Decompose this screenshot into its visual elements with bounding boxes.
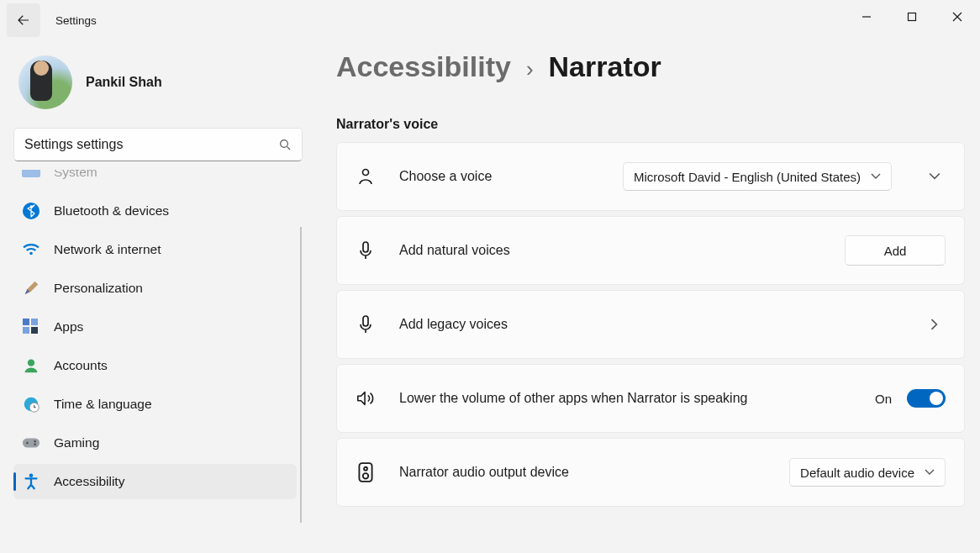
search-text: Settings settings — [24, 137, 278, 152]
back-button[interactable] — [7, 3, 40, 37]
card-audio-output: Narrator audio output device Default aud… — [336, 438, 965, 507]
user-card[interactable]: Pankil Shah — [13, 55, 304, 109]
card-label: Add natural voices — [399, 243, 821, 258]
nav-scroll[interactable]: System Bluetooth & devices Network & int… — [13, 170, 304, 523]
navigate-button[interactable] — [924, 319, 946, 330]
svg-point-17 — [34, 443, 36, 445]
sidebar-item-label: Personalization — [54, 281, 143, 296]
user-name: Pankil Shah — [86, 75, 162, 90]
search-input[interactable]: Settings settings — [13, 128, 303, 161]
sidebar-item-label: Accounts — [54, 358, 108, 373]
chevron-down-icon — [925, 469, 935, 476]
sidebar-item-system[interactable]: System — [13, 170, 297, 190]
voice-dropdown[interactable]: Microsoft David - English (United States… — [623, 162, 892, 191]
sidebar-item-gaming[interactable]: Gaming — [13, 425, 297, 461]
maximize-button[interactable] — [889, 0, 935, 34]
breadcrumb: Accessibility › Narrator — [336, 50, 965, 83]
svg-point-24 — [363, 473, 369, 479]
svg-line-3 — [287, 147, 290, 150]
card-label: Add legacy voices — [399, 317, 892, 332]
globe-clock-icon — [22, 395, 40, 413]
system-icon — [22, 170, 40, 182]
svg-rect-20 — [363, 242, 368, 252]
nav-list: System Bluetooth & devices Network & int… — [13, 170, 303, 503]
svg-point-23 — [364, 467, 367, 471]
svg-point-18 — [29, 473, 34, 477]
sidebar-item-label: Network & internet — [54, 242, 161, 257]
sidebar-item-label: Apps — [54, 319, 83, 334]
svg-point-15 — [26, 442, 29, 445]
main: Accessibility › Narrator Narrator's voic… — [304, 40, 980, 553]
svg-point-2 — [281, 140, 288, 148]
breadcrumb-parent[interactable]: Accessibility — [336, 50, 511, 83]
window-controls — [844, 0, 980, 34]
close-button[interactable] — [935, 0, 980, 34]
close-icon — [952, 12, 962, 22]
card-add-legacy-voices[interactable]: Add legacy voices — [336, 290, 965, 359]
card-right: Default audio device — [789, 458, 946, 487]
lower-volume-toggle[interactable] — [907, 389, 946, 408]
paintbrush-icon — [22, 279, 40, 298]
svg-rect-4 — [22, 170, 40, 177]
svg-rect-21 — [363, 316, 368, 326]
app-title: Settings — [55, 14, 97, 27]
card-right: Microsoft David - English (United States… — [623, 162, 892, 191]
expand-button[interactable] — [924, 172, 946, 181]
svg-rect-7 — [23, 319, 29, 325]
sidebar-item-time-language[interactable]: Time & language — [13, 387, 297, 422]
sidebar: Pankil Shah Settings settings System — [0, 40, 304, 553]
chevron-right-icon: › — [526, 56, 534, 82]
sidebar-item-label: Time & language — [54, 397, 152, 412]
sidebar-item-label: Bluetooth & devices — [54, 203, 169, 219]
sidebar-item-label: Accessibility — [54, 474, 124, 489]
chevron-right-icon — [930, 319, 939, 330]
card-add-natural-voices: Add natural voices Add — [336, 216, 965, 285]
accessibility-icon — [22, 472, 40, 491]
minimize-icon — [861, 12, 872, 22]
speaker-icon — [356, 388, 376, 408]
maximize-icon — [907, 12, 917, 22]
sidebar-item-accounts[interactable]: Accounts — [13, 348, 297, 383]
audio-output-dropdown[interactable]: Default audio device — [789, 458, 946, 487]
section-heading: Narrator's voice — [336, 117, 965, 132]
svg-point-16 — [34, 440, 36, 443]
add-button[interactable]: Add — [845, 235, 946, 266]
minimize-button[interactable] — [844, 0, 889, 34]
dropdown-value: Default audio device — [800, 466, 914, 480]
microphone-icon — [356, 240, 376, 261]
svg-point-11 — [28, 360, 34, 366]
card-choose-voice[interactable]: Choose a voice Microsoft David - English… — [336, 142, 965, 211]
card-right: On — [875, 389, 946, 408]
sidebar-item-personalization[interactable]: Personalization — [13, 271, 297, 306]
breadcrumb-current: Narrator — [549, 50, 661, 83]
audio-device-icon — [356, 461, 376, 483]
sidebar-item-label: Gaming — [54, 435, 99, 450]
sidebar-item-apps[interactable]: Apps — [13, 309, 297, 345]
card-label: Choose a voice — [399, 169, 599, 184]
search-icon — [278, 138, 292, 151]
svg-rect-10 — [31, 327, 38, 334]
sidebar-item-accessibility[interactable]: Accessibility — [13, 464, 297, 499]
card-lower-volume: Lower the volume of other apps when Narr… — [336, 364, 965, 433]
dropdown-value: Microsoft David - English (United States… — [634, 170, 861, 184]
titlebar: Settings — [0, 0, 980, 40]
svg-rect-1 — [909, 13, 916, 21]
toggle-state-label: On — [875, 392, 892, 406]
sidebar-item-label: System — [54, 170, 97, 180]
gamepad-icon — [22, 434, 40, 452]
chevron-down-icon — [871, 173, 881, 180]
svg-rect-8 — [31, 319, 38, 325]
svg-point-6 — [29, 252, 33, 255]
bluetooth-icon — [22, 202, 40, 220]
wifi-icon — [22, 240, 40, 259]
card-label: Narrator audio output device — [399, 465, 766, 480]
svg-rect-14 — [23, 439, 40, 448]
button-label: Add — [884, 244, 907, 258]
card-right: Add — [845, 235, 946, 266]
sidebar-item-network[interactable]: Network & internet — [13, 232, 297, 267]
svg-point-19 — [363, 170, 369, 176]
arrow-left-icon — [16, 13, 31, 28]
sidebar-item-bluetooth[interactable]: Bluetooth & devices — [13, 193, 297, 229]
person-voice-icon — [356, 166, 376, 187]
chevron-down-icon — [929, 172, 940, 181]
